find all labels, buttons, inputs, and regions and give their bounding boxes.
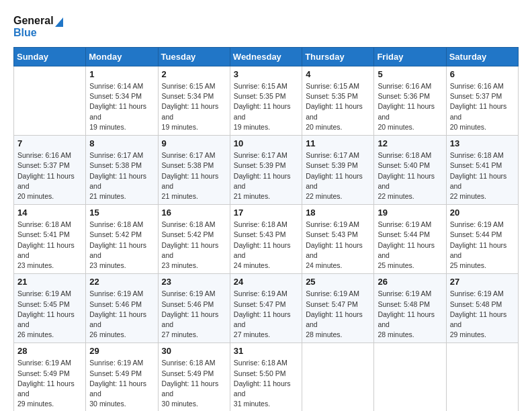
day-info: Sunrise: 6:18 AMSunset: 5:41 PMDaylight:…: [450, 150, 515, 201]
day-info: Sunrise: 6:19 AMSunset: 5:44 PMDaylight:…: [450, 220, 515, 271]
day-number: 28: [17, 346, 82, 356]
day-info: Sunrise: 6:19 AMSunset: 5:44 PMDaylight:…: [378, 220, 442, 271]
calendar-cell: 6Sunrise: 6:16 AMSunset: 5:37 PMDaylight…: [446, 66, 518, 136]
week-row-5: 28Sunrise: 6:19 AMSunset: 5:49 PMDayligh…: [14, 343, 519, 411]
day-number: 19: [378, 208, 442, 218]
day-number: 16: [162, 208, 226, 218]
day-number: 30: [162, 346, 226, 356]
day-number: 7: [17, 138, 82, 148]
calendar-cell: 7Sunrise: 6:16 AMSunset: 5:37 PMDaylight…: [14, 136, 86, 205]
calendar-cell: 21Sunrise: 6:19 AMSunset: 5:45 PMDayligh…: [14, 274, 86, 343]
calendar-cell: 18Sunrise: 6:19 AMSunset: 5:43 PMDayligh…: [302, 205, 374, 274]
logo: General Blue: [13, 11, 67, 42]
week-row-2: 7Sunrise: 6:16 AMSunset: 5:37 PMDaylight…: [14, 136, 519, 205]
calendar-cell: 5Sunrise: 6:16 AMSunset: 5:36 PMDaylight…: [374, 66, 446, 136]
calendar-cell: 28Sunrise: 6:19 AMSunset: 5:49 PMDayligh…: [14, 343, 86, 411]
day-number: 6: [450, 69, 515, 79]
day-info: Sunrise: 6:18 AMSunset: 5:40 PMDaylight:…: [378, 150, 442, 201]
calendar-cell: 3Sunrise: 6:15 AMSunset: 5:35 PMDaylight…: [230, 66, 302, 136]
day-info: Sunrise: 6:19 AMSunset: 5:47 PMDaylight:…: [306, 289, 370, 340]
day-number: 2: [162, 69, 226, 79]
calendar-cell: 14Sunrise: 6:18 AMSunset: 5:41 PMDayligh…: [14, 205, 86, 274]
calendar-cell: 2Sunrise: 6:15 AMSunset: 5:34 PMDaylight…: [158, 66, 230, 136]
calendar-cell: 13Sunrise: 6:18 AMSunset: 5:41 PMDayligh…: [446, 136, 518, 205]
calendar-cell: 16Sunrise: 6:18 AMSunset: 5:42 PMDayligh…: [158, 205, 230, 274]
day-number: 21: [17, 277, 82, 287]
calendar-cell: [446, 343, 518, 411]
weekday-header-monday: Monday: [86, 48, 158, 66]
day-number: 1: [89, 69, 154, 79]
day-info: Sunrise: 6:19 AMSunset: 5:48 PMDaylight:…: [450, 289, 515, 340]
calendar-cell: 17Sunrise: 6:18 AMSunset: 5:43 PMDayligh…: [230, 205, 302, 274]
calendar-cell: 12Sunrise: 6:18 AMSunset: 5:40 PMDayligh…: [374, 136, 446, 205]
day-info: Sunrise: 6:17 AMSunset: 5:39 PMDaylight:…: [234, 150, 298, 201]
calendar-cell: [374, 343, 446, 411]
page-header: General Blue: [13, 11, 519, 42]
calendar-cell: 8Sunrise: 6:17 AMSunset: 5:38 PMDaylight…: [86, 136, 158, 205]
calendar-cell: 1Sunrise: 6:14 AMSunset: 5:34 PMDaylight…: [86, 66, 158, 136]
calendar-table: SundayMondayTuesdayWednesdayThursdayFrid…: [13, 47, 519, 411]
day-info: Sunrise: 6:16 AMSunset: 5:36 PMDaylight:…: [378, 81, 442, 132]
calendar-cell: 22Sunrise: 6:19 AMSunset: 5:46 PMDayligh…: [86, 274, 158, 343]
day-info: Sunrise: 6:17 AMSunset: 5:39 PMDaylight:…: [306, 150, 370, 201]
day-number: 14: [17, 208, 82, 218]
day-info: Sunrise: 6:19 AMSunset: 5:49 PMDaylight:…: [89, 358, 154, 409]
svg-text:General: General: [13, 15, 54, 26]
calendar-cell: 31Sunrise: 6:18 AMSunset: 5:50 PMDayligh…: [230, 343, 302, 411]
svg-text:Blue: Blue: [13, 27, 37, 38]
svg-marker-2: [55, 17, 63, 27]
weekday-header-friday: Friday: [374, 48, 446, 66]
calendar-cell: 19Sunrise: 6:19 AMSunset: 5:44 PMDayligh…: [374, 205, 446, 274]
day-number: 3: [234, 69, 298, 79]
day-info: Sunrise: 6:19 AMSunset: 5:46 PMDaylight:…: [89, 289, 154, 340]
day-number: 23: [162, 277, 226, 287]
day-number: 26: [378, 277, 442, 287]
weekday-header-sunday: Sunday: [14, 48, 86, 66]
day-info: Sunrise: 6:18 AMSunset: 5:42 PMDaylight:…: [162, 220, 226, 271]
calendar-cell: [302, 343, 374, 411]
day-number: 25: [306, 277, 370, 287]
day-info: Sunrise: 6:18 AMSunset: 5:49 PMDaylight:…: [162, 358, 226, 409]
day-number: 18: [306, 208, 370, 218]
day-number: 12: [378, 138, 442, 148]
day-info: Sunrise: 6:19 AMSunset: 5:47 PMDaylight:…: [234, 289, 298, 340]
day-info: Sunrise: 6:15 AMSunset: 5:35 PMDaylight:…: [234, 81, 298, 132]
day-number: 8: [89, 138, 154, 148]
day-info: Sunrise: 6:18 AMSunset: 5:41 PMDaylight:…: [17, 220, 82, 271]
day-number: 11: [306, 138, 370, 148]
day-info: Sunrise: 6:19 AMSunset: 5:48 PMDaylight:…: [378, 289, 442, 340]
day-number: 13: [450, 138, 515, 148]
calendar-cell: 4Sunrise: 6:15 AMSunset: 5:35 PMDaylight…: [302, 66, 374, 136]
calendar-cell: 30Sunrise: 6:18 AMSunset: 5:49 PMDayligh…: [158, 343, 230, 411]
calendar-cell: 9Sunrise: 6:17 AMSunset: 5:38 PMDaylight…: [158, 136, 230, 205]
calendar-cell: 29Sunrise: 6:19 AMSunset: 5:49 PMDayligh…: [86, 343, 158, 411]
day-info: Sunrise: 6:15 AMSunset: 5:35 PMDaylight:…: [306, 81, 370, 132]
weekday-header-row: SundayMondayTuesdayWednesdayThursdayFrid…: [14, 48, 519, 66]
weekday-header-tuesday: Tuesday: [158, 48, 230, 66]
day-info: Sunrise: 6:18 AMSunset: 5:42 PMDaylight:…: [89, 220, 154, 271]
day-info: Sunrise: 6:14 AMSunset: 5:34 PMDaylight:…: [89, 81, 154, 132]
calendar-cell: 26Sunrise: 6:19 AMSunset: 5:48 PMDayligh…: [374, 274, 446, 343]
calendar-cell: 15Sunrise: 6:18 AMSunset: 5:42 PMDayligh…: [86, 205, 158, 274]
weekday-header-saturday: Saturday: [446, 48, 518, 66]
day-number: 29: [89, 346, 154, 356]
day-info: Sunrise: 6:16 AMSunset: 5:37 PMDaylight:…: [450, 81, 515, 132]
calendar-cell: 27Sunrise: 6:19 AMSunset: 5:48 PMDayligh…: [446, 274, 518, 343]
day-info: Sunrise: 6:17 AMSunset: 5:38 PMDaylight:…: [162, 150, 226, 201]
day-info: Sunrise: 6:15 AMSunset: 5:34 PMDaylight:…: [162, 81, 226, 132]
calendar-cell: 10Sunrise: 6:17 AMSunset: 5:39 PMDayligh…: [230, 136, 302, 205]
day-info: Sunrise: 6:19 AMSunset: 5:45 PMDaylight:…: [17, 289, 82, 340]
calendar-cell: 20Sunrise: 6:19 AMSunset: 5:44 PMDayligh…: [446, 205, 518, 274]
calendar-cell: 11Sunrise: 6:17 AMSunset: 5:39 PMDayligh…: [302, 136, 374, 205]
day-info: Sunrise: 6:18 AMSunset: 5:43 PMDaylight:…: [234, 220, 298, 271]
day-info: Sunrise: 6:19 AMSunset: 5:49 PMDaylight:…: [17, 358, 82, 409]
day-number: 15: [89, 208, 154, 218]
calendar-cell: 25Sunrise: 6:19 AMSunset: 5:47 PMDayligh…: [302, 274, 374, 343]
day-info: Sunrise: 6:19 AMSunset: 5:46 PMDaylight:…: [162, 289, 226, 340]
day-info: Sunrise: 6:16 AMSunset: 5:37 PMDaylight:…: [17, 150, 82, 201]
weekday-header-wednesday: Wednesday: [230, 48, 302, 66]
calendar-cell: 24Sunrise: 6:19 AMSunset: 5:47 PMDayligh…: [230, 274, 302, 343]
calendar-cell: 23Sunrise: 6:19 AMSunset: 5:46 PMDayligh…: [158, 274, 230, 343]
day-info: Sunrise: 6:18 AMSunset: 5:50 PMDaylight:…: [234, 358, 298, 409]
day-number: 5: [378, 69, 442, 79]
